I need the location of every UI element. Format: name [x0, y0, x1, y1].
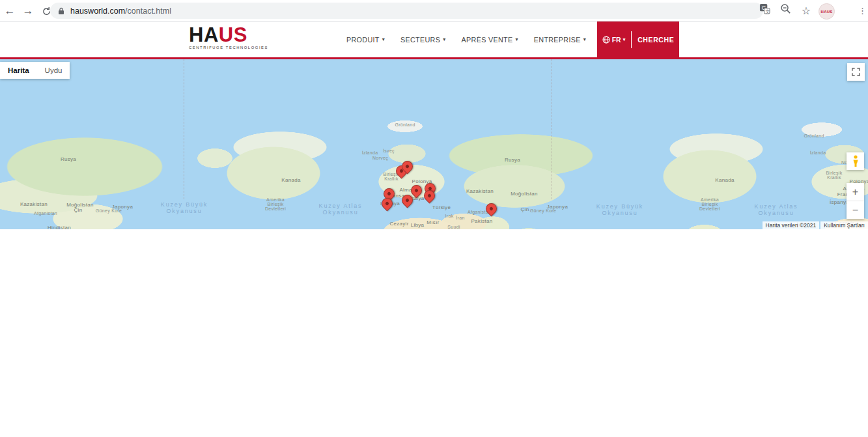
map-place-label: Kuzey Büyük Okyanusu: [596, 203, 643, 216]
map-place-label: Rusya: [61, 156, 76, 162]
zoom-out-button[interactable]: −: [847, 201, 864, 219]
map-place-label: Amerika Birleşik Devletleri: [265, 197, 286, 211]
bookmark-star-icon[interactable]: ☆: [802, 5, 811, 17]
page-content: HOMECompagnieCONTATTI #BECAUSEWECARE Pou…: [0, 229, 868, 437]
logo-tagline: CENTRIFUGE TECHNOLOGIES: [189, 46, 268, 49]
map-place-label: Hindistan: [48, 225, 71, 230]
map-pin-marker[interactable]: [483, 201, 499, 216]
map-place-label: Kuzey Büyük Okyanusu: [161, 201, 208, 214]
fullscreen-icon[interactable]: [847, 63, 865, 81]
main-nav: PRODUIT▾SECTEURS▾APRÈS VENTE▾ENTREPRISE▾…: [346, 21, 637, 57]
browser-menu-icon[interactable]: ⋮: [858, 6, 867, 16]
map-place-label: Pakistan: [471, 218, 492, 224]
map-place-label: Birleşik Krallık: [826, 171, 843, 180]
avatar: HAUS: [819, 3, 835, 20]
map-place-label: Suudi Arabistan: [443, 225, 464, 229]
map-place-label: Japonya: [112, 204, 133, 210]
chevron-down-icon: ▾: [623, 37, 626, 42]
map-place-label: İsveç: [383, 148, 395, 153]
language-code: FR: [612, 36, 621, 44]
map-boundary-line: [184, 59, 184, 199]
map-embed[interactable]: RusyaKazakistanMoğolistanÇinJaponyaGüney…: [0, 59, 868, 229]
map-place-label: Libya: [411, 222, 425, 228]
search-button[interactable]: CHERCHE: [637, 36, 674, 44]
map-place-label: Norveç: [372, 156, 388, 160]
chevron-down-icon: ▾: [515, 36, 518, 42]
haus-logo[interactable]: HAUS CENTRIFUGE TECHNOLOGIES: [189, 25, 268, 49]
url-domain: hausworld.com: [70, 7, 125, 16]
chevron-down-icon: ▾: [443, 36, 445, 42]
map-place-label: İzlanda: [362, 150, 378, 155]
map-place-label: Kazakistan: [20, 201, 48, 207]
map-attribution: Harita verileri ©2021 Kullanım Şartları: [763, 221, 868, 229]
map-place-label: Güney Kore: [530, 208, 556, 213]
browser-window: ← → hausworld.com/contact.html G文 ☆ HAUS…: [0, 0, 868, 437]
lang-search-box: FR ▾ CHERCHE: [597, 21, 679, 57]
profile-avatar[interactable]: HAUS: [819, 3, 835, 20]
map-data-attribution: Harita verileri ©2021: [763, 221, 820, 229]
map-place-label: Japonya: [547, 204, 568, 210]
pegman-icon[interactable]: [847, 152, 864, 170]
map-place-label: Kazakistan: [466, 188, 494, 194]
zoom-control: + −: [847, 183, 864, 219]
url-path: /contact.html: [125, 7, 171, 16]
map-type-tabs: Harita Uydu: [0, 62, 70, 79]
map-place-label: Çin: [74, 207, 83, 213]
map-place-label: Mısır: [427, 219, 439, 225]
map-place-label: Grönland: [395, 122, 415, 127]
map-place-label: İzlanda: [810, 150, 826, 155]
address-bar[interactable]: hausworld.com/contact.html: [50, 3, 763, 19]
map-place-label: Türkiye: [432, 204, 451, 210]
nav-item[interactable]: ENTREPRISE▾: [534, 36, 586, 44]
zoom-in-button[interactable]: +: [847, 183, 864, 201]
back-icon[interactable]: ←: [2, 3, 18, 19]
nav-item[interactable]: PRODUIT▾: [346, 36, 385, 44]
map-place-label: Kuzey Atlas Okyanusu: [319, 203, 363, 216]
map-place-label: Çin: [521, 206, 529, 212]
map-place-label: Afganistan: [34, 211, 57, 216]
map-terms-link[interactable]: Kullanım Şartları: [820, 221, 868, 229]
map-place-label: Cezayir: [389, 221, 408, 227]
map-place-label: Kuzey Atlas Okyanusu: [755, 203, 798, 216]
language-switcher[interactable]: FR ▾: [602, 36, 626, 44]
chevron-down-icon: ▾: [583, 36, 586, 42]
map-boundary-line: [552, 59, 552, 199]
translate-icon[interactable]: G文: [759, 3, 770, 14]
map-tab-uydu[interactable]: Uydu: [37, 62, 70, 79]
map-place-label: İran: [456, 216, 464, 220]
map-tab-harita[interactable]: Harita: [0, 62, 37, 79]
map-place-label: Amerika Birleşik Devletleri: [699, 197, 720, 211]
divider: [631, 31, 632, 48]
map-place-label: Kanada: [281, 177, 300, 183]
map-place-label: Moğolistan: [511, 191, 538, 197]
forward-icon[interactable]: →: [20, 3, 36, 19]
nav-item[interactable]: APRÈS VENTE▾: [462, 36, 518, 44]
logo-text-red: US: [219, 23, 247, 46]
map-place-label: Irak: [445, 214, 454, 218]
chevron-down-icon: ▾: [382, 36, 385, 42]
map-place-label: Rusya: [505, 157, 520, 163]
map-place-label: Kanada: [715, 177, 734, 183]
zoom-out-icon[interactable]: [780, 3, 791, 14]
nav-item[interactable]: SECTEURS▾: [400, 36, 446, 44]
browser-toolbar: ← → hausworld.com/contact.html G文 ☆ HAUS…: [0, 0, 868, 21]
map-place-label: Grönland: [804, 134, 824, 138]
globe-icon: [602, 36, 610, 44]
logo-text-black: HA: [189, 23, 219, 46]
lock-icon: [58, 7, 64, 15]
site-header: HAUS CENTRIFUGE TECHNOLOGIES PRODUIT▾SEC…: [0, 21, 868, 59]
svg-text:文: 文: [765, 9, 770, 14]
map-place-label: Güney Kore: [96, 208, 122, 213]
map-place-label: Moğolistan: [66, 202, 94, 208]
